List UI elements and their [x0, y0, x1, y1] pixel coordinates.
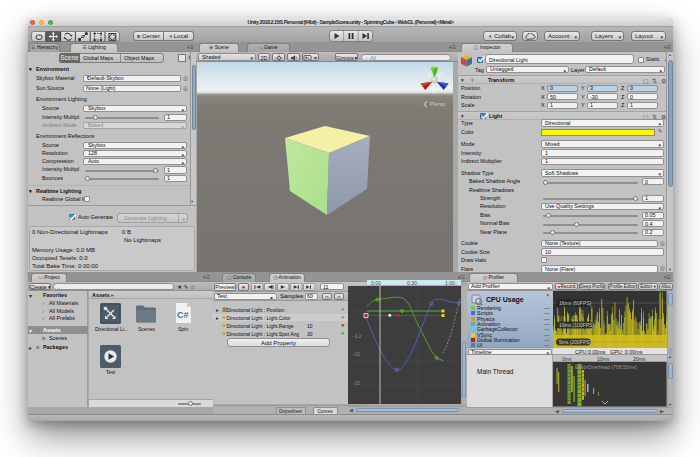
svg-text:-20: -20 [353, 351, 360, 357]
svg-text:❮ Persp: ❮ Persp [423, 101, 446, 108]
svg-text:16ms (60FPS): 16ms (60FPS) [559, 300, 592, 306]
svg-text:EditorOverhead (708.50ms): EditorOverhead (708.50ms) [575, 364, 637, 370]
svg-text:-30: -30 [353, 380, 360, 386]
svg-text:10ms (100FPS): 10ms (100FPS) [559, 322, 594, 328]
svg-text:C#: C# [177, 310, 189, 320]
svg-text:-1.2: -1.2 [353, 333, 362, 339]
svg-text:5ms (200FPS): 5ms (200FPS) [559, 339, 592, 345]
